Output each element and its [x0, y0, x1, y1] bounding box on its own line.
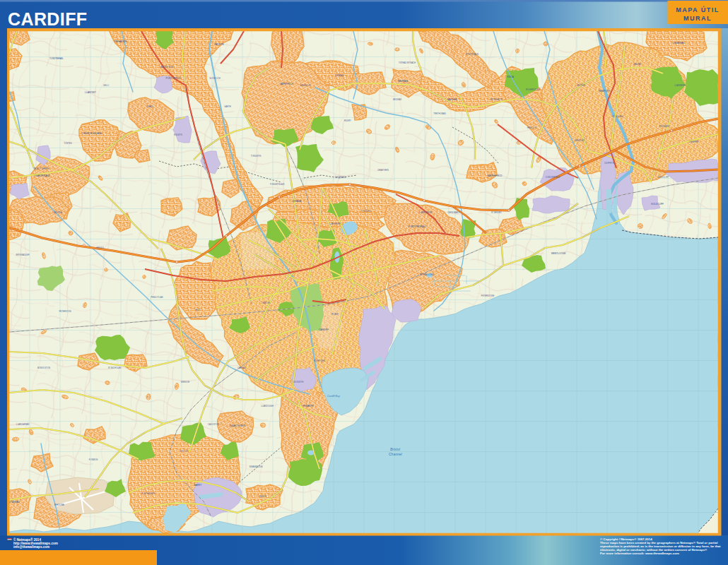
svg-text:YSTRAD MYNACH: YSTRAD MYNACH [399, 61, 416, 64]
svg-text:HENLLYS: HENLLYS [527, 126, 536, 129]
svg-text:PONTPRENNAU: PONTPRENNAU [409, 225, 426, 228]
svg-text:TONGWYN: TONGWYN [251, 155, 262, 157]
svg-text:BARRY: BARRY [194, 484, 203, 487]
svg-text:FONMON: FONMON [89, 458, 98, 461]
svg-text:COLCOT: COLCOT [180, 450, 188, 453]
svg-text:CYNCOED: CYNCOED [361, 210, 371, 213]
svg-text:CAERAU: CAERAU [237, 367, 246, 369]
svg-text:WENTLOOGE: WENTLOOGE [551, 252, 566, 255]
svg-text:GOLDCLIFF: GOLDCLIFF [657, 176, 669, 179]
svg-text:LECKWITH: LECKWITH [293, 381, 303, 383]
svg-text:For more information consult:: For more information consult: www.thewal… [600, 552, 679, 555]
svg-text:SULLY: SULLY [259, 495, 267, 498]
svg-text:NEWPORT: NEWPORT [599, 90, 610, 93]
svg-text:NELSON: NELSON [214, 43, 224, 46]
svg-text:PETERSTONE: PETERSTONE [481, 295, 495, 297]
svg-text:SWANBRIDGE: SWANBRIDGE [249, 465, 262, 468]
svg-text:TONYREFAIL: TONYREFAIL [49, 57, 64, 60]
svg-text:info@thewallmaps.com: info@thewallmaps.com [13, 545, 49, 549]
svg-text:LLANISHEN: LLANISHEN [329, 222, 341, 225]
svg-text:Bristol: Bristol [390, 447, 401, 451]
svg-text:ST NICHOLAS: ST NICHOLAS [108, 367, 122, 369]
svg-text:BETTWS: BETTWS [577, 84, 585, 87]
svg-text:ENERGLYN: ENERGLYN [300, 84, 310, 87]
svg-text:MARSHFIELD: MARSHFIELD [488, 174, 503, 177]
svg-text:DINAS POWYS: DINAS POWYS [230, 424, 246, 427]
svg-text:CARDIFF: CARDIFF [319, 328, 329, 331]
svg-text:MALPAS: MALPAS [633, 63, 641, 66]
svg-text:LISVANE: LISVANE [292, 200, 301, 203]
svg-text:TONGWYNLAIS: TONGWYNLAIS [270, 183, 285, 186]
svg-text:BRYNSADLER: BRYNSADLER [16, 254, 30, 256]
svg-text:ELY: ELY [196, 309, 201, 311]
svg-text:TALBOT GREEN: TALBOT GREEN [33, 167, 48, 170]
svg-text:ROGERSTONE: ROGERSTONE [526, 88, 540, 91]
svg-text:GELLI: GELLI [103, 84, 109, 87]
svg-text:BUTETOWN: BUTETOWN [314, 359, 325, 362]
svg-text:PETERSTON: PETERSTON [59, 310, 71, 313]
svg-text:Channel: Channel [389, 452, 403, 456]
svg-text:RINGLAND: RINGLAND [659, 125, 669, 128]
svg-text:LLANDOUGH: LLANDOUGH [261, 405, 273, 408]
svg-text:ST JULIANS: ST JULIANS [612, 115, 623, 118]
svg-text:TONTEG: TONTEG [64, 142, 72, 145]
svg-text:PENARTH: PENARTH [303, 405, 314, 408]
svg-text:LLANTWIT: LLANTWIT [85, 91, 96, 94]
svg-text:Cardiff Bay: Cardiff Bay [327, 395, 340, 398]
svg-text:BEDWAS: BEDWAS [398, 80, 408, 83]
svg-text:MAPA ÚTIL: MAPA ÚTIL [676, 6, 720, 13]
svg-text:GARTH: GARTH [224, 105, 231, 108]
svg-text:YSTRAD: YSTRAD [335, 74, 345, 77]
svg-text:GRAIG: GRAIG [146, 105, 153, 108]
svg-text:TREHARRIS: TREHARRIS [114, 40, 127, 43]
svg-text:CEFN MABLY: CEFN MABLY [447, 211, 460, 214]
svg-text:CANTON: CANTON [262, 302, 270, 304]
svg-text:NEWPORT: NEWPORT [575, 139, 585, 142]
svg-text:TRETHOMAS: TRETHOMAS [433, 112, 446, 115]
svg-text:DRAETHEN: DRAETHEN [377, 169, 388, 172]
svg-text:ST MELLONS: ST MELLONS [420, 273, 434, 276]
svg-text:BRYNNA: BRYNNA [54, 211, 62, 214]
svg-text:LLANCARFAN: LLANCARFAN [16, 423, 29, 426]
svg-text:LISWERRY: LISWERRY [689, 141, 700, 143]
svg-text:RHOOSE: RHOOSE [54, 504, 64, 506]
svg-text:BONVILSTON: BONVILSTON [37, 367, 50, 369]
svg-text:LLANTRISANT: LLANTRISANT [35, 174, 50, 177]
svg-text:ROATH: ROATH [331, 313, 339, 316]
svg-text:PONTYPRIDD: PONTYPRIDD [166, 77, 182, 80]
svg-text:WENVOE: WENVOE [181, 381, 190, 383]
svg-text:DUFFRYN: DUFFRYN [604, 162, 613, 165]
svg-text:RUDRY: RUDRY [344, 119, 351, 122]
svg-text:RISCA: RISCA [507, 76, 515, 78]
svg-text:HENSOL: HENSOL [96, 246, 105, 249]
svg-text:ST BRIDES: ST BRIDES [491, 211, 502, 214]
svg-text:MURAL: MURAL [683, 15, 712, 22]
svg-text:CAERPHILLY: CAERPHILLY [279, 83, 293, 85]
svg-text:COEDKERNEW: COEDKERNEW [546, 176, 560, 179]
svg-text:PORTHKERRY: PORTHKERRY [141, 492, 155, 495]
svg-text:THORNHILL: THORNHILL [335, 176, 346, 179]
svg-text:LLANEDEYRN: LLANEDEYRN [419, 211, 433, 214]
svg-text:PENDOYLAN: PENDOYLAN [151, 296, 163, 299]
svg-text:CADOXTON: CADOXTON [208, 423, 219, 426]
svg-text:ST ATHAN: ST ATHAN [8, 501, 20, 504]
svg-text:CWMBRAN: CWMBRAN [673, 42, 686, 44]
svg-text:MACHEN: MACHEN [447, 98, 458, 101]
svg-text:CHURCH VILLAGE: CHURCH VILLAGE [82, 132, 102, 135]
svg-text:BEDWAS: BEDWAS [393, 98, 401, 101]
svg-text:ABERCYNON: ABERCYNON [160, 66, 173, 69]
svg-text:CROSSKEYS: CROSSKEYS [490, 98, 503, 101]
svg-text:GOLDCLIFF: GOLDCLIFF [651, 203, 664, 206]
svg-text:PONTYWAUN: PONTYWAUN [466, 53, 479, 56]
svg-text:LLANWERN: LLANWERN [674, 84, 686, 87]
svg-text:EGLWYS: EGLWYS [174, 133, 182, 136]
svg-text:CARDIFF: CARDIFF [8, 9, 88, 29]
svg-text:GLYNCOCH: GLYNCOCH [209, 77, 221, 80]
